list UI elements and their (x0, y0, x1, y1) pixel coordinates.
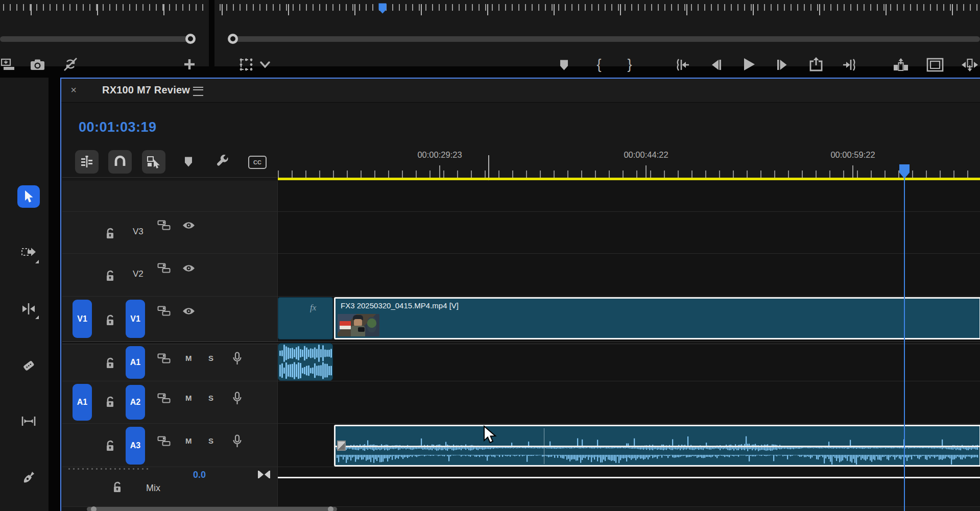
a2-solo-button[interactable]: S (208, 394, 213, 402)
v3-lock-icon[interactable] (104, 228, 116, 240)
export-frame-icon[interactable] (807, 56, 825, 72)
safe-margins-icon[interactable] (926, 57, 944, 72)
playhead-line[interactable] (904, 178, 905, 511)
mix-volume-line[interactable] (278, 477, 980, 478)
a1-sync-lock-icon[interactable] (157, 353, 171, 364)
close-panel-button[interactable]: × (67, 83, 80, 97)
go-to-out-icon[interactable] (842, 57, 858, 72)
a2-lock-icon[interactable] (104, 396, 116, 408)
program-zoom-handle[interactable] (228, 34, 238, 44)
go-to-in-icon[interactable] (674, 57, 690, 72)
v3-track-label[interactable]: V3 (133, 227, 144, 237)
fx-mute-icon[interactable] (62, 56, 79, 72)
extract-icon[interactable] (959, 57, 980, 72)
program-mini-playhead[interactable] (378, 3, 387, 14)
v2-lock-icon[interactable] (104, 270, 116, 282)
v1-sync-lock-icon[interactable] (157, 305, 171, 317)
button-editor-plus-icon[interactable] (181, 56, 198, 72)
settings-monitor-icon[interactable] (0, 57, 16, 72)
program-mini-ruler-major (222, 4, 980, 15)
audio-clip-a1[interactable] (278, 343, 333, 381)
mix-lock-icon[interactable] (111, 481, 124, 494)
mix-meter-ticks (68, 468, 150, 470)
a1-solo-button[interactable]: S (208, 354, 213, 362)
a3-voiceover-mic-icon[interactable] (232, 434, 242, 448)
timeline-h-scrollbar[interactable] (87, 507, 337, 511)
video-clip-head[interactable]: fx (278, 297, 333, 339)
panel-menu-icon[interactable] (193, 87, 203, 96)
tool-pen[interactable] (17, 466, 40, 489)
v2-track-output-eye-icon[interactable] (181, 262, 196, 274)
snap-toggle-button[interactable] (108, 150, 132, 174)
ruler-label-3: 00:00:59:22 (830, 150, 875, 160)
program-zoom-scrollbar[interactable] (232, 36, 980, 42)
edit-point-line (488, 155, 489, 178)
timeline-ruler[interactable] (278, 171, 980, 178)
audio-clip-a3[interactable] (334, 425, 980, 467)
lift-icon[interactable] (892, 57, 910, 72)
a2-mute-button[interactable]: M (185, 394, 192, 402)
v1-track-output-eye-icon[interactable] (181, 305, 196, 317)
a2-sync-lock-icon[interactable] (157, 393, 171, 404)
playhead-timecode[interactable]: 00:01:03:19 (79, 119, 157, 135)
a1-lock-icon[interactable] (104, 357, 116, 370)
tool-selection[interactable] (17, 185, 40, 208)
step-forward-icon[interactable] (774, 57, 791, 72)
a3-solo-button[interactable]: S (208, 436, 213, 445)
video-clip-fx3[interactable]: FX3 20250320_0415.MP4.mp4 [V] (334, 297, 980, 339)
v1-target-button[interactable]: V1 (126, 300, 145, 338)
linked-selection-button[interactable] (142, 150, 165, 174)
playhead-head[interactable] (898, 163, 911, 180)
a3-target-button[interactable]: A3 (126, 427, 145, 465)
chevron-down-icon[interactable] (258, 59, 272, 70)
a3-lock-icon[interactable] (104, 440, 116, 452)
a3-mute-button[interactable]: M (185, 436, 192, 445)
scrollbar-left-dot[interactable] (91, 506, 97, 511)
mix-track-label[interactable]: Mix (146, 483, 160, 494)
export-frame-camera-icon[interactable] (29, 57, 45, 72)
tool-razor[interactable] (17, 354, 40, 377)
row-sep (62, 253, 980, 254)
row-sep (62, 381, 980, 381)
v1-source-patch-button[interactable]: V1 (73, 300, 92, 338)
audio-fade-handle[interactable] (337, 441, 346, 451)
nest-toggle-button[interactable] (75, 150, 99, 174)
timeline-settings-wrench-icon[interactable] (214, 153, 230, 168)
a3-sync-lock-icon[interactable] (157, 435, 171, 447)
source-zoom-scrollbar[interactable] (0, 36, 190, 42)
v2-track-label[interactable]: V2 (133, 269, 144, 279)
a1-target-button[interactable]: A1 (126, 346, 145, 379)
source-zoom-handle[interactable] (185, 34, 196, 44)
add-marker-icon[interactable] (557, 58, 571, 72)
audio-volume-rubber-band[interactable] (336, 446, 979, 447)
mix-volume-value[interactable]: 0.0 (193, 470, 206, 480)
v3-sync-lock-icon[interactable] (157, 220, 171, 231)
v1-lock-icon[interactable] (104, 314, 116, 327)
selection-box-icon[interactable] (237, 57, 255, 73)
tool-slip[interactable] (17, 410, 40, 432)
v3-track-output-eye-icon[interactable] (181, 220, 196, 231)
a2-target-button[interactable]: A2 (126, 385, 145, 420)
timeline-tab-title[interactable]: RX100 M7 Review (102, 84, 190, 96)
source-monitor-bottom-bar (0, 0, 209, 66)
tool-ripple-edit[interactable] (17, 298, 40, 320)
mark-out-icon[interactable]: } (623, 55, 636, 74)
a2-source-patch-button[interactable]: A1 (73, 384, 92, 421)
video-audio-divider[interactable] (62, 342, 980, 344)
timeline-tab-bar: × RX100 M7 Review (61, 79, 980, 103)
ruler-major-tick-1 (439, 165, 440, 178)
scrollbar-right-dot[interactable] (328, 506, 333, 511)
captions-icon[interactable]: CC (248, 156, 267, 169)
mix-keyframe-icon[interactable] (257, 470, 271, 479)
a1-voiceover-mic-icon[interactable] (232, 351, 242, 366)
tool-track-select-forward[interactable] (17, 242, 40, 264)
a2-voiceover-mic-icon[interactable] (232, 391, 242, 405)
v2-sync-lock-icon[interactable] (157, 262, 171, 274)
step-back-icon[interactable] (708, 57, 724, 72)
tools-panel: T (0, 78, 49, 511)
mark-in-icon[interactable]: { (592, 55, 606, 74)
timeline-add-marker-icon[interactable] (182, 155, 195, 168)
play-icon[interactable] (740, 56, 758, 72)
a1-mute-button[interactable]: M (185, 354, 192, 362)
clip-thumbnail (338, 314, 379, 336)
